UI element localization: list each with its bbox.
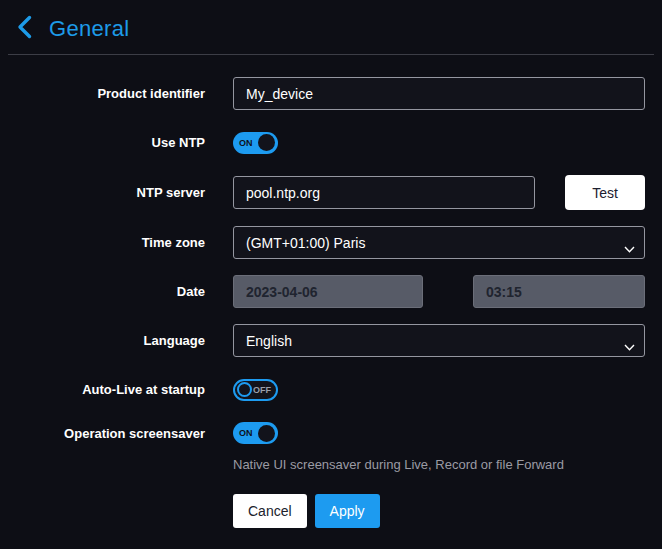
operation-screensaver-row: Operation screensaver ON Native UI scree… <box>0 422 645 472</box>
language-label: Language <box>0 333 205 348</box>
apply-button[interactable]: Apply <box>315 494 380 528</box>
general-settings-form: Product identifier Use NTP ON NTP server… <box>0 55 662 528</box>
product-identifier-row: Product identifier <box>0 77 645 110</box>
test-ntp-button[interactable]: Test <box>565 175 645 210</box>
ntp-server-input[interactable] <box>233 176 535 209</box>
date-input <box>233 275 423 308</box>
use-ntp-toggle[interactable]: ON <box>233 132 278 154</box>
time-zone-label: Time zone <box>0 235 205 250</box>
time-input <box>473 275 645 308</box>
chevron-down-icon <box>624 338 635 354</box>
toggle-knob <box>258 134 275 151</box>
back-button[interactable] <box>16 15 33 42</box>
operation-screensaver-label: Operation screensaver <box>0 422 205 441</box>
toggle-state-text: ON <box>239 428 253 438</box>
chevron-down-icon <box>624 240 635 256</box>
action-buttons: Cancel Apply <box>233 494 645 528</box>
chevron-left-icon <box>16 15 33 42</box>
time-zone-row: Time zone (GMT+01:00) Paris <box>0 226 645 259</box>
auto-live-row: Auto-Live at startup OFF <box>0 373 645 406</box>
toggle-knob <box>237 382 252 397</box>
product-identifier-label: Product identifier <box>0 86 205 101</box>
use-ntp-label: Use NTP <box>0 135 205 150</box>
page-header: General <box>0 0 662 54</box>
toggle-state-text: ON <box>239 138 253 148</box>
language-select[interactable]: English <box>233 324 645 357</box>
auto-live-label: Auto-Live at startup <box>0 382 205 397</box>
date-row: Date <box>0 275 645 308</box>
cancel-button[interactable]: Cancel <box>233 494 307 528</box>
language-row: Language English <box>0 324 645 357</box>
use-ntp-row: Use NTP ON <box>0 126 645 159</box>
auto-live-toggle[interactable]: OFF <box>233 379 278 401</box>
product-identifier-input[interactable] <box>233 77 645 110</box>
ntp-server-row: NTP server Test <box>0 175 645 210</box>
ntp-server-label: NTP server <box>0 185 205 200</box>
toggle-knob <box>258 425 275 442</box>
date-label: Date <box>0 284 205 299</box>
language-selected-value: English <box>246 333 292 349</box>
toggle-state-text: OFF <box>253 385 271 395</box>
operation-screensaver-toggle[interactable]: ON <box>233 422 278 444</box>
time-zone-select[interactable]: (GMT+01:00) Paris <box>233 226 645 259</box>
screensaver-help-text: Native UI screensaver during Live, Recor… <box>233 457 564 472</box>
time-zone-selected-value: (GMT+01:00) Paris <box>246 235 365 251</box>
page-title: General <box>49 16 129 42</box>
